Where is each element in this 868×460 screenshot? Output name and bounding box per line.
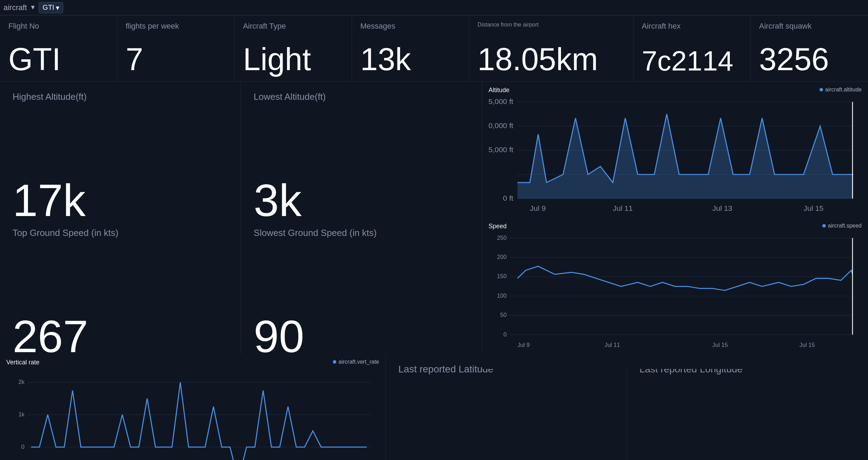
vert-rate-chart-legend: aircraft.vert_rate [333,359,379,365]
speed-chart: 250 200 150 100 50 0 Jul 9 Jul 11 Jul 15… [488,230,862,359]
svg-text:0: 0 [503,331,507,337]
distance-card: Distance from the airport 18.05km [469,15,634,81]
messages-label: Messages [360,22,461,31]
distance-label: Distance from the airport [478,22,625,28]
flight-no-value: GTI [8,44,108,75]
latitude-card: Last reported Latitude -38.0104° [386,354,627,460]
app-title: aircraft [3,3,27,12]
altitude-chart-title: Altitude [488,87,509,94]
altitude-row: Highest Altitude(ft) 17k Lowest Altitude… [0,82,868,218]
aircraft-type-label: Aircraft Type [243,22,343,31]
messages-card: Messages 13k [352,15,469,81]
aircraft-type-value: Light [243,44,343,75]
svg-text:0: 0 [21,444,24,450]
svg-text:10,000 ft: 10,000 ft [488,121,513,129]
vert-rate-chart: 2k 1k 0 -1k Jul 9 Jul 11 Jul 13 Jul 15 [6,366,379,460]
top-speed-card: Top Ground Speed (in kts) 267 [0,218,241,369]
top-speed-label: Top Ground Speed (in kts) [13,228,228,238]
flight-dropdown[interactable]: GTI ▾ [39,2,63,13]
flights-per-week-card: flights per week 7 [117,15,234,81]
altitude-legend-label: aircraft.altitude [825,87,862,93]
highest-altitude-card: Highest Altitude(ft) 17k [0,82,241,233]
svg-text:Jul 15: Jul 15 [712,342,728,348]
altitude-chart: 15,000 ft 10,000 ft 5,000 ft 0 ft Jul 9 … [488,94,862,223]
aircraft-squawk-value: 3256 [759,44,860,75]
svg-text:200: 200 [497,254,507,260]
svg-text:250: 250 [497,235,507,241]
speed-row: Top Ground Speed (in kts) 267 Slowest Gr… [0,218,868,354]
header-bar: aircraft ▼ GTI ▾ [0,0,868,15]
svg-text:150: 150 [497,273,507,280]
lowest-altitude-value: 3k [254,178,469,223]
messages-value: 13k [360,44,461,75]
highest-altitude-label: Highest Altitude(ft) [13,91,228,102]
altitude-chart-legend: aircraft.altitude [820,87,862,93]
flights-per-week-label: flights per week [126,22,226,31]
svg-text:2k: 2k [18,379,25,385]
speed-legend-label: aircraft.speed [828,223,862,229]
svg-text:Jul 15: Jul 15 [800,342,815,348]
flights-per-week-value: 7 [126,44,226,75]
flight-no-card: Flight No GTI [0,15,117,81]
slowest-speed-label: Slowest Ground Speed (in kts) [254,228,469,238]
chevron-down-icon: ▾ [56,3,59,12]
speed-chart-legend: aircraft.speed [822,223,862,229]
svg-text:5,000 ft: 5,000 ft [488,146,513,154]
svg-text:Jul 9: Jul 9 [530,204,546,212]
vert-rate-legend-label: aircraft.vert_rate [338,359,379,365]
aircraft-hex-label: Aircraft hex [642,22,742,31]
slowest-speed-value: 90 [254,314,469,359]
filter-icon[interactable]: ▼ [30,4,36,11]
svg-text:15,000 ft: 15,000 ft [488,97,513,105]
aircraft-hex-value: 7c2114 [642,47,742,75]
svg-text:Jul 13: Jul 13 [712,204,732,212]
aircraft-hex-card: Aircraft hex 7c2114 [634,15,751,81]
bottom-row: Vertical rate aircraft.vert_rate 2k 1k 0… [0,354,868,460]
vert-rate-chart-card: Vertical rate aircraft.vert_rate 2k 1k 0… [0,354,386,460]
top-speed-value: 267 [13,314,228,359]
aircraft-type-card: Aircraft Type Light [234,15,352,81]
aircraft-squawk-label: Aircraft squawk [759,22,860,31]
vert-rate-chart-title: Vertical rate [6,359,39,366]
altitude-chart-card: Altitude aircraft.altitude 15,000 ft 10,… [482,82,868,233]
longitude-card: Last reported Longitude 144.8085° [627,354,868,460]
svg-text:1k: 1k [18,411,25,417]
svg-text:Jul 15: Jul 15 [804,204,824,212]
svg-text:Jul 11: Jul 11 [605,342,620,348]
svg-text:0 ft: 0 ft [503,194,514,202]
flight-no-label: Flight No [8,22,108,31]
distance-value: 18.05km [478,44,625,75]
svg-text:50: 50 [500,312,507,318]
speed-legend-dot [822,224,826,228]
vert-rate-legend-dot [333,360,336,364]
speed-chart-card: Speed aircraft.speed 250 200 150 100 50 … [482,218,868,369]
highest-altitude-value: 17k [13,178,228,223]
svg-text:100: 100 [497,292,507,299]
speed-chart-title: Speed [488,223,507,230]
lowest-altitude-label: Lowest Altitude(ft) [254,91,469,102]
dropdown-value: GTI [43,3,54,12]
aircraft-squawk-card: Aircraft squawk 3256 [751,15,868,81]
svg-text:Jul 11: Jul 11 [613,204,633,212]
top-stats-row: Flight No GTI flights per week 7 Aircraf… [0,15,868,82]
svg-text:Jul 9: Jul 9 [517,342,530,348]
altitude-legend-dot [820,88,823,91]
lowest-altitude-card: Lowest Altitude(ft) 3k [241,82,482,233]
slowest-speed-card: Slowest Ground Speed (in kts) 90 [241,218,482,369]
